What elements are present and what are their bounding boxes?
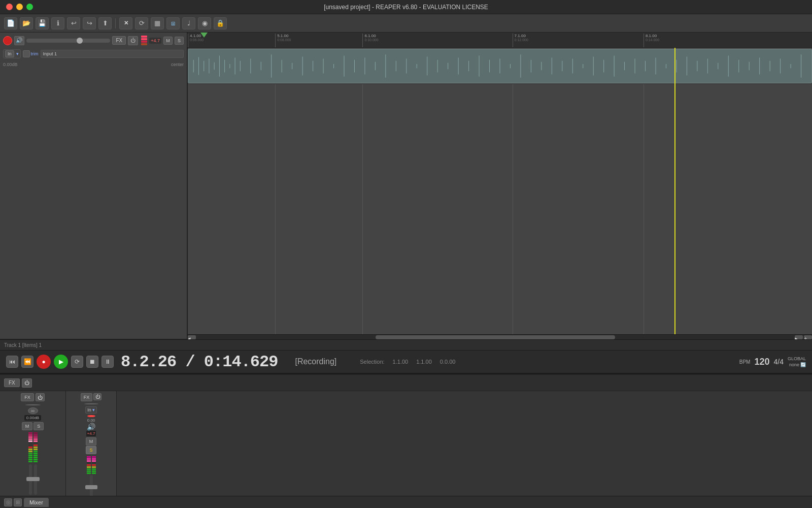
transport-stop-button[interactable]: ⏹	[86, 356, 98, 368]
track-peak-display: +4.7	[149, 38, 161, 44]
master-vu-meters	[28, 432, 38, 462]
mixer-tab[interactable]: Mixer	[24, 498, 49, 507]
render-button[interactable]: ⬆	[98, 17, 112, 29]
grid-button[interactable]: ▦	[151, 17, 164, 29]
ch1-peak-meters: +4.7	[86, 431, 96, 436]
info-button[interactable]: ℹ	[51, 17, 64, 29]
record-mode-button[interactable]: ◉	[198, 17, 211, 29]
ch1-fader-track	[90, 475, 93, 496]
ch1-vu-right	[92, 456, 96, 474]
ch1-peak-disp: +4.7	[86, 431, 96, 436]
track-in-dropdown[interactable]: ▾	[16, 51, 19, 56]
track-level-meter	[141, 36, 147, 45]
arrange-area: 4.1.00 0:06.000 5.1.00 0:08.000 6.1.00 0…	[188, 33, 812, 339]
transport-loop-button[interactable]: ⟳	[71, 356, 83, 368]
track-power-button[interactable]: ⏻	[128, 36, 138, 45]
grid-line-3	[513, 48, 513, 334]
track-mute-icon: 🔊	[14, 36, 24, 45]
cursor-tool-button[interactable]: ✕	[119, 17, 132, 29]
bpm-area: BPM 120 4/4 GLOBAL none 🔄	[739, 356, 806, 367]
ch1-speaker-icon[interactable]: 🔊	[87, 423, 95, 431]
ch1-fader-handle[interactable]	[85, 485, 97, 489]
status-track-info: Track 1 [Items] 1	[4, 342, 42, 348]
master-fader-area	[29, 464, 37, 495]
loop-tool-button[interactable]: ⟳	[135, 17, 148, 29]
master-fx-send-button[interactable]: FX	[21, 393, 34, 401]
track-1-header: 🔊 FX ⏻ +4.7 M	[0, 33, 187, 339]
selection-length: 0.0.00	[440, 359, 456, 365]
track-fx-button[interactable]: FX	[112, 36, 126, 45]
track-volume-label: 0.00dB	[3, 62, 18, 67]
scrollbar-thumb[interactable]	[376, 335, 615, 339]
track-trim-icon	[23, 50, 30, 57]
selection-info: Selection: 1.1.00 1.1.00 0.0.00	[360, 359, 455, 365]
master-fader-track-right	[34, 464, 37, 495]
track-mute-button[interactable]: M	[163, 37, 173, 45]
ch1-fader-area	[85, 475, 97, 496]
level-segment-3	[141, 43, 147, 45]
playhead-triangle	[200, 33, 208, 38]
open-file-button[interactable]: 📂	[20, 17, 33, 29]
track-pan-label: center	[171, 62, 184, 67]
track-input-selector[interactable]: Input 1	[41, 50, 184, 58]
ch1-mute-button[interactable]: M	[86, 437, 97, 446]
master-vu-left	[28, 432, 32, 462]
master-link-button[interactable]: ∞	[28, 407, 38, 414]
mixer-power-button[interactable]: ⏻	[22, 378, 32, 388]
save-button[interactable]: 💾	[36, 17, 49, 29]
global-label: GLOBAL	[788, 356, 806, 361]
scroll-expand-button[interactable]: +	[804, 335, 812, 339]
scroll-left-button[interactable]: ◂	[188, 335, 196, 339]
window-title: [unsaved project] - REAPER v6.80 - EVALU…	[324, 4, 488, 11]
titlebar: [unsaved project] - REAPER v6.80 - EVALU…	[0, 0, 812, 14]
maximize-button[interactable]	[26, 4, 33, 10]
redo-button[interactable]: ↪	[83, 17, 96, 29]
ch1-in-selector[interactable]: In ▾	[85, 406, 97, 414]
ch1-solo-button[interactable]: S	[86, 446, 96, 454]
track-in-button[interactable]: In	[5, 50, 14, 57]
status-bar: Track 1 [Items] 1	[0, 339, 812, 351]
scroll-right-button[interactable]: ▸	[795, 335, 803, 339]
transport-play-button[interactable]: ▶	[54, 355, 68, 369]
new-file-button[interactable]: 📄	[4, 17, 17, 29]
track-solo-button[interactable]: S	[175, 37, 184, 45]
snap-button[interactable]: ⧆	[166, 17, 180, 29]
transport-bar: ⏮ ⏪ ● ▶ ⟳ ⏹ ⏸ 8.2.26 / 0:14.629 [Recordi…	[0, 351, 812, 374]
close-button[interactable]	[6, 4, 13, 10]
transport-pause-button[interactable]: ⏸	[101, 356, 114, 368]
ch1-fx-button[interactable]: FX	[81, 393, 93, 401]
master-db-display: 0.00dB	[24, 415, 41, 421]
tab-icon-2[interactable]: ⊞	[14, 498, 22, 506]
ch1-vol-knob[interactable]	[84, 403, 98, 404]
master-vol-knob[interactable]	[25, 404, 41, 405]
minimize-button[interactable]	[16, 4, 23, 10]
master-io-button[interactable]: ⏻	[36, 393, 45, 401]
lock-button[interactable]: 🔒	[214, 17, 227, 29]
time-sig-value[interactable]: 4/4	[774, 358, 784, 366]
track-volume-slider[interactable]	[26, 39, 110, 43]
transport-prev-button[interactable]: ⏪	[21, 356, 33, 368]
track-panel: 🔊 FX ⏻ +4.7 M	[0, 33, 188, 339]
track-arm-button[interactable]	[3, 36, 12, 45]
transport-go-start-button[interactable]: ⏮	[6, 356, 18, 368]
ch1-io-button[interactable]: ⏻	[93, 393, 101, 400]
peak-segment	[141, 36, 147, 38]
scrollbar-track[interactable]	[196, 335, 795, 339]
audio-region-1[interactable]	[188, 49, 812, 83]
track-trim-label[interactable]: trim	[31, 51, 39, 56]
undo-button[interactable]: ↩	[67, 17, 80, 29]
ch1-record-button[interactable]	[87, 415, 95, 417]
bpm-label: BPM	[739, 359, 751, 365]
transport-record-button[interactable]: ●	[37, 355, 51, 369]
tab-icon-1[interactable]: ◎	[4, 498, 12, 506]
grid-line-1	[275, 48, 276, 334]
ruler-mark-7: 7.1.00 0:12.000	[513, 34, 528, 48]
master-solo-button[interactable]: S	[33, 422, 44, 430]
ruler-mark-6: 6.1.00 0:10.000	[362, 34, 378, 48]
metronome-button[interactable]: ♩	[182, 17, 195, 29]
track-input-section: In ▾	[3, 49, 21, 58]
mixer-fx-button[interactable]: FX	[4, 378, 20, 387]
master-mute-button[interactable]: M	[22, 422, 33, 430]
bpm-value[interactable]: 120	[754, 357, 769, 367]
master-fader-handle-right[interactable]	[31, 477, 40, 481]
